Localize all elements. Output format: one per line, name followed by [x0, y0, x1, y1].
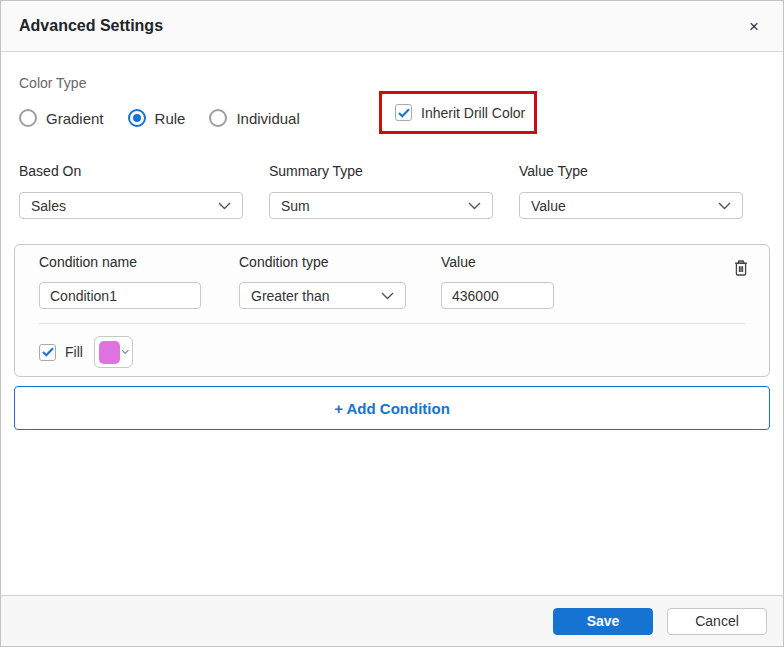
based-on-value: Sales [31, 198, 66, 214]
chevron-down-icon [381, 292, 394, 300]
radio-individual[interactable]: Individual [209, 109, 299, 127]
add-condition-button[interactable]: + Add Condition [14, 386, 770, 430]
radio-gradient-circle[interactable] [19, 109, 37, 127]
value-type-label: Value Type [519, 163, 743, 179]
inherit-drill-color-checkbox[interactable] [395, 104, 412, 121]
condition-type-select[interactable]: Greater than [239, 282, 406, 309]
condition-type-label: Condition type [239, 254, 406, 270]
value-type-select[interactable]: Value [519, 192, 743, 219]
chevron-down-icon [718, 202, 731, 210]
chevron-down-icon [121, 349, 129, 355]
chevron-down-icon [468, 202, 481, 210]
close-icon[interactable]: × [743, 14, 765, 39]
radio-individual-circle[interactable] [209, 109, 227, 127]
based-on-group: Based On Sales [19, 163, 243, 219]
inherit-drill-color-label: Inherit Drill Color [421, 105, 525, 121]
fill-color-swatch [99, 341, 121, 364]
radio-individual-label: Individual [236, 110, 299, 127]
advanced-settings-dialog: Advanced Settings × Color Type Gradient … [0, 0, 784, 647]
condition-value-input[interactable] [441, 282, 554, 309]
condition-divider [39, 323, 745, 324]
radio-rule-circle[interactable] [128, 109, 146, 127]
fill-color-picker[interactable] [94, 336, 133, 368]
radio-gradient[interactable]: Gradient [19, 109, 104, 127]
fill-checkbox[interactable] [39, 344, 56, 361]
condition-card: Condition name Condition type Value Grea… [14, 244, 770, 377]
save-button[interactable]: Save [553, 608, 653, 635]
fill-row: Fill [39, 336, 745, 368]
check-icon [42, 347, 54, 357]
summary-type-group: Summary Type Sum [269, 163, 493, 219]
color-type-label: Color Type [19, 75, 765, 91]
cancel-button[interactable]: Cancel [667, 608, 767, 635]
trash-icon [733, 259, 749, 277]
condition-inputs-row: Greater than [39, 282, 745, 309]
check-icon [398, 108, 410, 118]
value-type-value: Value [531, 198, 566, 214]
based-on-select[interactable]: Sales [19, 192, 243, 219]
condition-value-label: Value [441, 254, 554, 270]
selectors-row: Based On Sales Summary Type Sum Value Ty… [19, 163, 765, 219]
delete-condition-button[interactable] [731, 257, 751, 282]
radio-rule-label: Rule [155, 110, 186, 127]
dialog-header: Advanced Settings × [1, 1, 783, 52]
value-type-group: Value Type Value [519, 163, 743, 219]
condition-name-input[interactable] [39, 282, 201, 309]
condition-name-label: Condition name [39, 254, 201, 270]
summary-type-value: Sum [281, 198, 310, 214]
inherit-drill-color-highlight: Inherit Drill Color [379, 91, 537, 134]
summary-type-label: Summary Type [269, 163, 493, 179]
radio-gradient-label: Gradient [46, 110, 104, 127]
dialog-footer: Save Cancel [1, 595, 783, 646]
dialog-title: Advanced Settings [19, 17, 163, 35]
condition-type-value: Greater than [251, 288, 330, 304]
summary-type-select[interactable]: Sum [269, 192, 493, 219]
condition-labels-row: Condition name Condition type Value [39, 254, 745, 270]
based-on-label: Based On [19, 163, 243, 179]
chevron-down-icon [218, 202, 231, 210]
radio-rule[interactable]: Rule [128, 109, 186, 127]
fill-label: Fill [65, 344, 83, 360]
